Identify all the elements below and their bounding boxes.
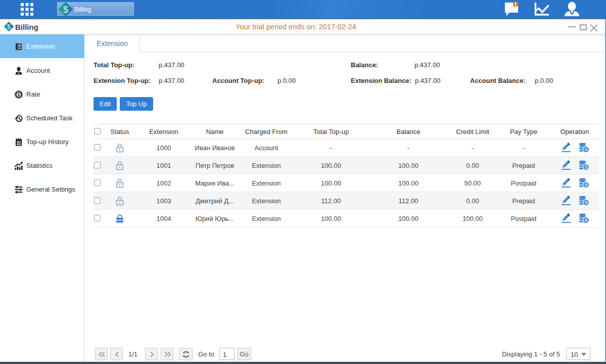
svg-text:S: S <box>584 164 587 170</box>
svg-text:S: S <box>584 147 587 152</box>
svg-text:S: S <box>584 217 587 223</box>
svg-text:$: $ <box>17 92 20 97</box>
svg-text:S: S <box>584 182 587 188</box>
svg-text:$: $ <box>63 5 68 15</box>
svg-text:S: S <box>584 200 587 205</box>
